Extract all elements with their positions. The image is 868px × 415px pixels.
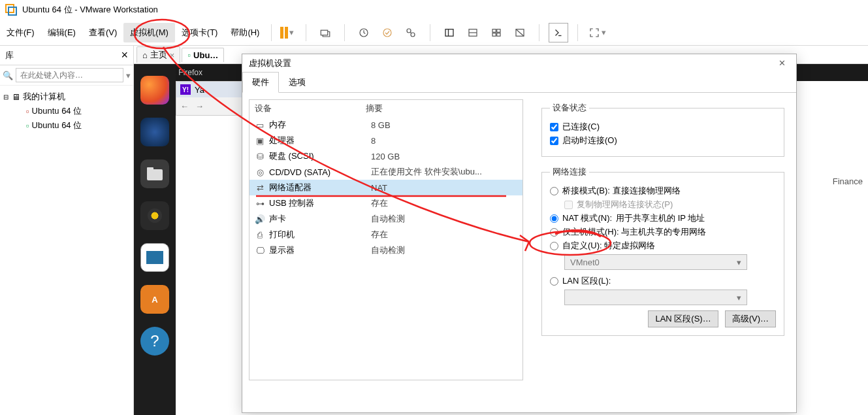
menubar: 文件(F) 编辑(E) 查看(V) 虚拟机(M) 选项卡(T) 帮助(H) — [0, 23, 266, 42]
device-status-group: 设备状态 已连接(C) 启动时连接(O) — [541, 102, 784, 157]
software-icon[interactable]: A — [140, 285, 169, 314]
library-search: 🔍 ▾ — [0, 65, 133, 86]
lan-segment-select: ▾ — [564, 290, 747, 305]
advanced-button[interactable]: 高级(V)… — [725, 310, 776, 327]
menu-vm[interactable]: 虚拟机(M) — [123, 23, 175, 42]
view-thumbnails-icon[interactable] — [487, 23, 506, 42]
chk-connected[interactable]: 已连接(C) — [550, 121, 776, 133]
tree-root[interactable]: ⊟ 🖥 我的计算机 — [3, 90, 131, 104]
svg-rect-19 — [147, 167, 153, 171]
view-unity-icon[interactable] — [510, 23, 530, 42]
back-icon[interactable]: ← — [180, 101, 189, 111]
dialog-titlebar: 虚拟机设置 ✕ — [242, 54, 796, 72]
svg-rect-0 — [6, 5, 14, 12]
device-row-usb[interactable]: ⊶USB 控制器存在 — [249, 195, 522, 211]
chevron-down-icon: ▾ — [737, 257, 741, 267]
cd-icon: ◎ — [255, 167, 265, 177]
menu-view[interactable]: 查看(V) — [82, 23, 123, 42]
disk-icon: ⛁ — [255, 152, 265, 161]
tab-home-close[interactable]: × — [170, 50, 175, 60]
svg-rect-11 — [492, 29, 496, 32]
device-row-cpu[interactable]: ▣处理器8 — [249, 133, 522, 148]
vm-tab-icon: ▫ — [187, 50, 191, 60]
files-icon[interactable] — [140, 159, 169, 188]
svg-rect-18 — [147, 169, 163, 180]
library-search-input[interactable] — [16, 68, 123, 82]
enter-vm-icon[interactable] — [549, 23, 568, 42]
search-icon: 🔍 — [3, 71, 13, 80]
radio-lan-segment[interactable]: LAN 区段(L): — [550, 275, 776, 287]
device-list: 设备 摘要 ▭内存8 GB▣处理器8⛁硬盘 (SCSI)120 GB◎CD/DV… — [249, 99, 523, 380]
view-single-icon[interactable] — [440, 23, 459, 42]
forward-icon[interactable]: → — [195, 101, 204, 111]
svg-rect-14 — [497, 33, 500, 36]
device-row-sound[interactable]: 🔊声卡自动检测 — [249, 211, 522, 227]
lan-segments-button[interactable]: LAN 区段(S)… — [648, 310, 718, 327]
svg-rect-12 — [497, 29, 500, 32]
tree-vm-1[interactable]: ▫ Ubuntu 64 位 — [3, 104, 131, 118]
snapshot-icon[interactable] — [354, 23, 374, 42]
radio-hostonly[interactable]: 仅主机模式(H): 与主机共享的专用网络 — [550, 226, 776, 238]
device-row-printer[interactable]: ⎙打印机存在 — [249, 227, 522, 242]
device-row-disk[interactable]: ⛁硬盘 (SCSI)120 GB — [249, 148, 522, 164]
svg-rect-13 — [492, 33, 496, 36]
vmware-app-icon — [5, 4, 17, 16]
svg-point-5 — [407, 29, 411, 33]
view-console-icon[interactable] — [463, 23, 483, 42]
library-panel: 库 × 🔍 ▾ ⊟ 🖥 我的计算机 ▫ Ubuntu 64 位 ▫ Ubuntu… — [0, 46, 134, 415]
device-row-display[interactable]: 🖵显示器自动检测 — [249, 242, 522, 258]
ubuntu-desktop: A ? — [134, 64, 238, 415]
svg-rect-1 — [8, 7, 16, 15]
help-icon[interactable]: ? — [140, 327, 169, 356]
net-icon: ⇄ — [255, 183, 265, 193]
window-title: Ubuntu 64 位 - VMware Workstation — [22, 4, 158, 16]
send-keys-icon[interactable] — [315, 23, 335, 42]
nav-finance[interactable]: Finance — [833, 176, 863, 186]
yahoo-favicon: Y! — [180, 84, 191, 95]
snapshot-manage-icon[interactable] — [401, 23, 421, 42]
vm-off-icon: ▫ — [26, 107, 29, 116]
radio-bridged[interactable]: 桥接模式(B): 直接连接物理网络 — [550, 185, 776, 197]
search-dropdown-icon[interactable]: ▾ — [126, 71, 131, 80]
svg-rect-7 — [445, 29, 453, 36]
vm-on-icon: ▫ — [26, 121, 29, 131]
thunderbird-icon[interactable] — [140, 118, 169, 146]
snapshot-revert-icon[interactable] — [378, 23, 397, 42]
dialog-body: 设备 摘要 ▭内存8 GB▣处理器8⛁硬盘 (SCSI)120 GB◎CD/DV… — [242, 93, 796, 412]
menu-tabs[interactable]: 选项卡(T) — [175, 23, 225, 42]
radio-nat[interactable]: NAT 模式(N): 用于共享主机的 IP 地址 — [550, 212, 776, 224]
dialog-title: 虚拟机设置 — [249, 58, 291, 69]
libreoffice-icon[interactable] — [140, 243, 169, 272]
menu-help[interactable]: 帮助(H) — [224, 23, 266, 42]
fullscreen-icon[interactable]: ▾ — [587, 23, 607, 42]
tab-home[interactable]: ⌂ 主页 × — [137, 46, 180, 63]
tab-hardware[interactable]: 硬件 — [242, 72, 279, 93]
svg-line-16 — [516, 29, 524, 36]
library-tree: ⊟ 🖥 我的计算机 ▫ Ubuntu 64 位 ▫ Ubuntu 64 位 — [0, 86, 133, 137]
tab-options[interactable]: 选项 — [279, 72, 315, 93]
cpu-icon: ▣ — [255, 136, 265, 146]
tab-vm[interactable]: ▫ Ubu… — [182, 48, 224, 62]
firefox-icon[interactable] — [140, 76, 169, 105]
tree-vm-2[interactable]: ▫ Ubuntu 64 位 — [3, 118, 131, 133]
radio-custom[interactable]: 自定义(U): 特定虚拟网络 — [550, 240, 776, 252]
menu-edit[interactable]: 编辑(E) — [41, 23, 82, 42]
chevron-down-icon: ▾ — [737, 293, 741, 303]
library-header: 库 × — [0, 46, 133, 65]
window-titlebar: Ubuntu 64 位 - VMware Workstation — [0, 0, 868, 20]
sound-icon: 🔊 — [255, 214, 265, 224]
pause-button[interactable]: ▾ — [277, 23, 297, 42]
chk-connect-on-start[interactable]: 启动时连接(O) — [550, 135, 776, 146]
library-close-icon[interactable]: × — [121, 48, 128, 62]
menu-file[interactable]: 文件(F) — [0, 23, 41, 42]
memory-icon: ▭ — [255, 120, 265, 130]
vm-settings-dialog: 虚拟机设置 ✕ 硬件 选项 设备 摘要 ▭内存8 GB▣处理器8⛁硬盘 (SCS… — [242, 54, 797, 413]
menubar-row: 文件(F) 编辑(E) 查看(V) 虚拟机(M) 选项卡(T) 帮助(H) ▾ … — [0, 20, 868, 46]
dialog-close-icon[interactable]: ✕ — [775, 57, 790, 69]
device-row-cd[interactable]: ◎CD/DVD (SATA)正在使用文件 软件安装\ubu... — [249, 164, 522, 180]
device-row-net[interactable]: ⇄网络适配器NAT — [249, 180, 522, 195]
device-row-memory[interactable]: ▭内存8 GB — [249, 117, 522, 133]
rhythmbox-icon[interactable] — [140, 201, 169, 230]
toolbar: ▾ ▾ — [277, 23, 607, 42]
computer-icon: 🖥 — [12, 92, 20, 102]
